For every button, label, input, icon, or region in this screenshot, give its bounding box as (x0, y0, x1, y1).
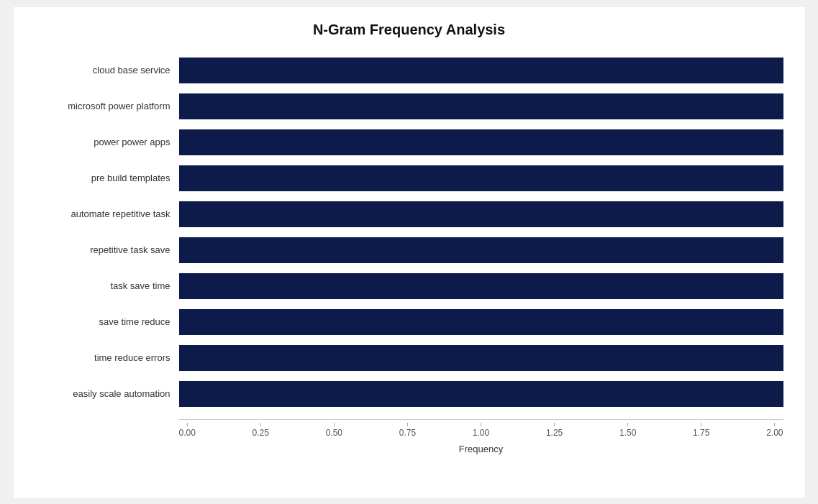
bar-wrapper (179, 129, 783, 155)
x-axis: 0.000.250.500.751.001.251.501.752.00 (179, 419, 783, 438)
bar-area (179, 345, 783, 371)
bar-area (179, 309, 783, 335)
bar-row: cloud base service (35, 52, 783, 88)
bar-wrapper (179, 237, 783, 263)
bar-fill (179, 58, 783, 83)
bar-row: time reduce errors (35, 340, 783, 376)
bar-wrapper (179, 273, 783, 299)
bar-row: repetitive task save (35, 232, 783, 268)
bar-fill (179, 129, 783, 155)
bar-fill (179, 309, 783, 335)
x-tick: 1.00 (473, 423, 489, 438)
x-tick: 0.75 (399, 423, 416, 438)
bar-label: microsoft power platform (35, 101, 179, 111)
bar-row: automate repetitive task (35, 196, 783, 232)
bar-label: save time reduce (35, 316, 179, 327)
bar-label: task save time (35, 280, 179, 291)
bar-row: power power apps (35, 124, 783, 160)
bar-area (179, 201, 783, 227)
bar-row: microsoft power platform (35, 88, 783, 124)
bar-area (179, 129, 783, 155)
bar-row: pre build templates (35, 160, 783, 196)
x-tick: 1.50 (619, 423, 636, 438)
bar-wrapper (179, 381, 783, 407)
bar-area (179, 381, 783, 407)
bar-row: task save time (35, 268, 783, 304)
x-tick-container: 0.000.250.500.751.001.251.501.752.00 (179, 420, 783, 438)
bar-label: power power apps (35, 137, 179, 147)
bar-label: cloud base service (35, 65, 179, 75)
bar-area (179, 165, 783, 191)
x-tick: 1.75 (693, 423, 709, 438)
chart-title: N-Gram Frequency Analysis (35, 22, 783, 38)
x-tick: 0.00 (179, 423, 196, 438)
bar-wrapper (179, 165, 783, 191)
bar-fill (179, 345, 783, 371)
chart-area: cloud base servicemicrosoft power platfo… (35, 52, 783, 412)
bar-fill (179, 165, 783, 191)
bar-wrapper (179, 201, 783, 227)
bar-fill (179, 237, 783, 263)
bar-row: easily scale automation (35, 376, 783, 412)
bar-area (179, 237, 783, 263)
x-tick: 0.25 (253, 423, 269, 438)
bar-fill (179, 201, 783, 227)
bar-label: automate repetitive task (35, 209, 179, 219)
bar-wrapper (179, 345, 783, 371)
bar-area (179, 273, 783, 299)
x-axis-label: Frequency (179, 444, 783, 454)
bar-area (179, 58, 783, 83)
bar-fill (179, 93, 783, 119)
chart-container: N-Gram Frequency Analysis cloud base ser… (14, 7, 805, 498)
bar-wrapper (179, 58, 783, 83)
bar-row: save time reduce (35, 304, 783, 340)
bar-wrapper (179, 309, 783, 335)
x-tick: 1.25 (546, 423, 563, 438)
bar-label: repetitive task save (35, 244, 179, 255)
x-tick: 2.00 (766, 423, 783, 438)
x-tick: 0.50 (326, 423, 342, 438)
bar-area (179, 93, 783, 119)
bar-fill (179, 273, 783, 299)
bar-label: easily scale automation (35, 388, 179, 399)
bar-wrapper (179, 93, 783, 119)
bar-label: pre build templates (35, 173, 179, 183)
bar-label: time reduce errors (35, 352, 179, 363)
bar-fill (179, 381, 783, 407)
